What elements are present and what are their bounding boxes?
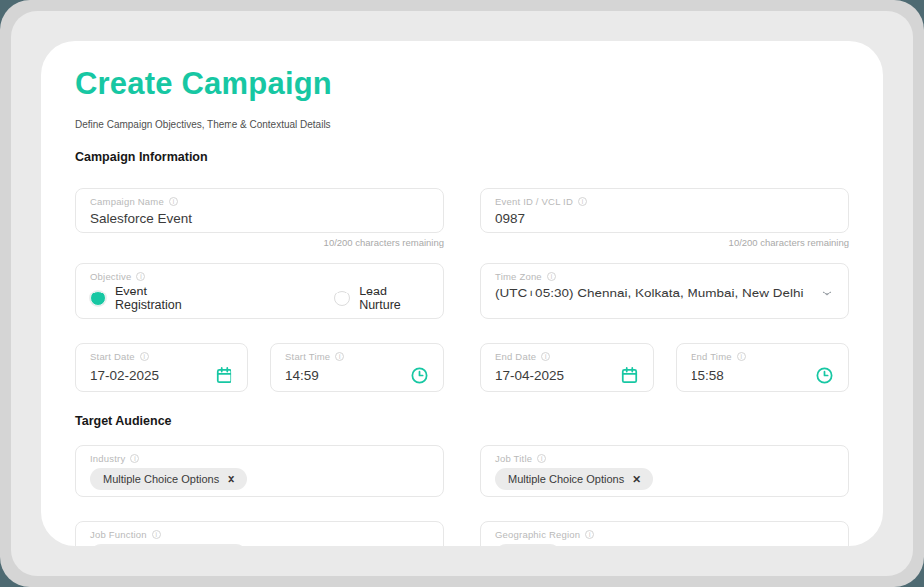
info-icon[interactable]: i xyxy=(547,272,556,281)
campaign-name-label: Campaign Name xyxy=(90,196,164,207)
event-id-label: Event ID / VCL ID xyxy=(495,196,573,207)
geographic-region-field[interactable]: Geographic Region i India ✕ xyxy=(480,521,849,546)
industry-chip-label: Multiple Choice Options xyxy=(103,473,219,485)
calendar-icon[interactable] xyxy=(620,366,639,385)
start-time-field[interactable]: Start Time i 14:59 xyxy=(270,343,444,392)
outer-frame: Create Campaign Define Campaign Objectiv… xyxy=(0,0,924,587)
geographic-region-label: Geographic Region xyxy=(495,529,580,540)
job-function-chip[interactable]: Multiple Choice Options ✕ xyxy=(90,544,247,546)
radio-lead-nurture[interactable]: Lead Nurture xyxy=(334,285,429,312)
job-title-label: Job Title xyxy=(495,453,532,464)
info-icon[interactable]: i xyxy=(541,352,550,361)
radio-selected-icon[interactable] xyxy=(90,291,106,306)
time-zone-label: Time Zone xyxy=(495,271,542,282)
campaign-name-value[interactable]: Salesforce Event xyxy=(90,211,429,226)
campaign-name-field[interactable]: Campaign Name i Salesforce Event xyxy=(75,188,444,233)
start-date-value: 17-02-2025 xyxy=(90,368,159,383)
info-icon[interactable]: i xyxy=(585,530,594,539)
job-function-label: Job Function xyxy=(90,529,147,540)
event-id-column: Event ID / VCL ID i 0987 10/200 characte… xyxy=(480,188,849,248)
time-zone-field[interactable]: Time Zone i (UTC+05:30) Chennai, Kolkata… xyxy=(480,263,849,319)
info-icon[interactable]: i xyxy=(169,197,178,206)
info-icon[interactable]: i xyxy=(140,352,149,361)
end-date-value: 17-04-2025 xyxy=(495,368,564,383)
create-campaign-card: Create Campaign Define Campaign Objectiv… xyxy=(41,41,883,546)
radio-lead-nurture-label: Lead Nurture xyxy=(359,285,429,312)
info-icon[interactable]: i xyxy=(578,197,587,206)
end-time-value: 15:58 xyxy=(691,368,724,383)
end-datetime-group: End Date i 17-04-2025 End Time i xyxy=(480,343,849,392)
info-icon[interactable]: i xyxy=(335,352,344,361)
info-icon[interactable]: i xyxy=(152,530,161,539)
start-datetime-group: Start Date i 17-02-2025 Start Time i xyxy=(75,343,444,392)
event-id-counter: 10/200 characters remaining xyxy=(480,237,849,248)
end-time-label: End Time xyxy=(691,351,732,362)
clock-icon[interactable] xyxy=(410,366,429,385)
end-date-field[interactable]: End Date i 17-04-2025 xyxy=(480,343,654,392)
info-icon[interactable]: i xyxy=(136,272,145,281)
start-time-label: Start Time xyxy=(285,351,330,362)
industry-label: Industry xyxy=(90,453,125,464)
objective-label: Objective xyxy=(90,271,131,282)
middle-frame: Create Campaign Define Campaign Objectiv… xyxy=(11,11,913,576)
chip-remove-icon[interactable]: ✕ xyxy=(227,474,235,485)
job-title-chip[interactable]: Multiple Choice Options ✕ xyxy=(495,468,653,490)
radio-unselected-icon[interactable] xyxy=(334,291,350,306)
objective-field: Objective i Event Registration Lead Nurt… xyxy=(75,263,444,319)
section-heading-target-audience: Target Audience xyxy=(75,414,849,428)
radio-event-registration[interactable]: Event Registration xyxy=(90,285,213,312)
start-time-value: 14:59 xyxy=(285,368,319,383)
info-icon[interactable]: i xyxy=(737,352,746,361)
end-time-field[interactable]: End Time i 15:58 xyxy=(676,343,849,392)
job-title-field[interactable]: Job Title i Multiple Choice Options ✕ xyxy=(480,445,849,497)
job-function-field[interactable]: Job Function i Multiple Choice Options ✕ xyxy=(75,521,444,546)
clock-icon[interactable] xyxy=(815,366,834,385)
section-heading-campaign-information: Campaign Information xyxy=(75,150,849,164)
page-title: Create Campaign xyxy=(75,67,849,101)
info-icon[interactable]: i xyxy=(537,454,546,463)
campaign-name-counter: 10/200 characters remaining xyxy=(75,237,444,248)
campaign-name-column: Campaign Name i Salesforce Event 10/200 … xyxy=(75,188,444,248)
job-title-chip-label: Multiple Choice Options xyxy=(508,473,624,485)
page-subtitle: Define Campaign Objectives, Theme & Cont… xyxy=(75,119,849,130)
start-date-label: Start Date xyxy=(90,351,135,362)
chevron-down-icon[interactable] xyxy=(820,287,834,300)
start-date-field[interactable]: Start Date i 17-02-2025 xyxy=(75,343,248,392)
chip-remove-icon[interactable]: ✕ xyxy=(632,474,641,485)
end-date-label: End Date xyxy=(495,351,536,362)
info-icon[interactable]: i xyxy=(130,454,139,463)
geographic-region-chip[interactable]: India ✕ xyxy=(495,544,561,546)
event-id-field[interactable]: Event ID / VCL ID i 0987 xyxy=(480,188,849,233)
time-zone-value: (UTC+05:30) Chennai, Kolkata, Mumbai, Ne… xyxy=(495,286,804,300)
industry-chip[interactable]: Multiple Choice Options ✕ xyxy=(90,468,247,490)
radio-event-registration-label: Event Registration xyxy=(115,285,213,312)
calendar-icon[interactable] xyxy=(215,366,233,385)
industry-field[interactable]: Industry i Multiple Choice Options ✕ xyxy=(75,445,444,497)
event-id-value[interactable]: 0987 xyxy=(495,211,834,226)
